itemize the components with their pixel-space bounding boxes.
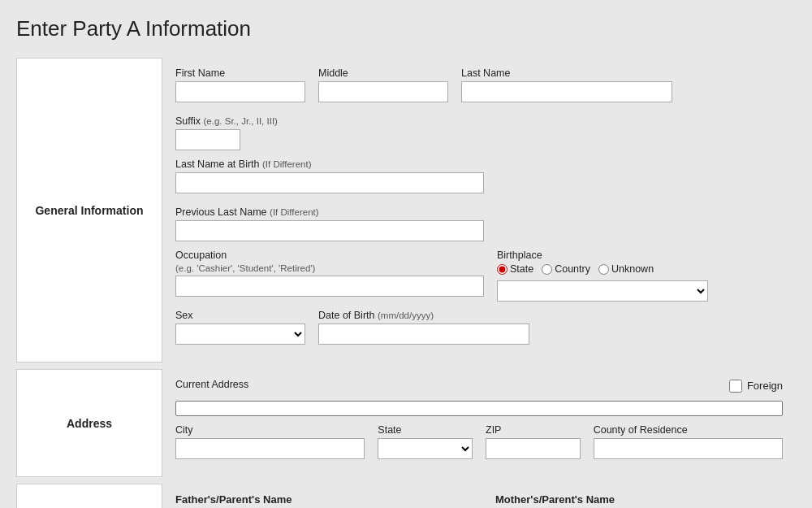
state-select[interactable]	[378, 438, 473, 459]
last-name-birth-input[interactable]	[175, 172, 484, 193]
city-state-zip-row: City State ZIP County of Residence	[175, 424, 783, 459]
birthplace-state-radio[interactable]	[497, 264, 508, 275]
occupation-birthplace-row: Occupation (e.g. 'Cashier', 'Student', '…	[175, 250, 783, 302]
mother-col: Mother's/Parent's Name (first, middle, l…	[495, 493, 783, 508]
father-label: Father's/Parent's Name	[175, 493, 463, 506]
city-group: City	[175, 424, 365, 459]
parental-information-label: Parental Information	[16, 484, 162, 508]
first-name-group: First Name	[175, 67, 305, 102]
current-address-input-row	[175, 401, 783, 416]
last-name-label: Last Name	[461, 67, 672, 79]
occupation-hint: (e.g. 'Cashier', 'Student', 'Retired')	[175, 263, 484, 273]
zip-label: ZIP	[486, 424, 581, 436]
birthplace-state-radio-label[interactable]: State	[497, 263, 533, 275]
address-label: Address	[16, 369, 162, 477]
mother-label: Mother's/Parent's Name	[495, 493, 783, 506]
zip-input[interactable]	[486, 438, 581, 459]
parental-information-content: Father's/Parent's Name (first, middle, l…	[162, 484, 796, 508]
sex-group: Sex Male Female	[175, 310, 305, 345]
dob-input[interactable]	[318, 323, 529, 345]
birthplace-unknown-radio-label[interactable]: Unknown	[598, 263, 654, 275]
suffix-label: Suffix (e.g. Sr., Jr., II, III)	[175, 115, 278, 127]
zip-group: ZIP	[486, 424, 581, 459]
prev-last-name-input[interactable]	[175, 220, 484, 241]
foreign-checkbox[interactable]	[729, 380, 742, 393]
birth-name-row: Last Name at Birth (If Different) Previo…	[175, 158, 783, 241]
occupation-input[interactable]	[175, 276, 484, 297]
general-information-label: General Information	[16, 58, 162, 363]
state-group: State	[378, 424, 473, 459]
general-information-content: First Name Middle Last Name Suffix (e.g.…	[162, 58, 796, 363]
birthplace-country-radio[interactable]	[542, 264, 552, 275]
last-name-birth-label: Last Name at Birth (If Different)	[175, 158, 484, 170]
first-name-input[interactable]	[175, 81, 305, 102]
last-name-group: Last Name	[461, 67, 672, 102]
dob-label: Date of Birth (mm/dd/yyyy)	[318, 310, 529, 321]
current-address-group: Current Address	[175, 379, 716, 393]
last-name-birth-group: Last Name at Birth (If Different)	[175, 158, 484, 193]
prev-last-name-label: Previous Last Name (If Different)	[175, 206, 484, 218]
suffix-input[interactable]	[175, 129, 240, 150]
county-input[interactable]	[594, 438, 783, 459]
birthplace-country-radio-label[interactable]: Country	[542, 263, 590, 275]
sex-select[interactable]: Male Female	[175, 323, 305, 345]
middle-name-group: Middle	[318, 67, 448, 102]
middle-name-input[interactable]	[318, 81, 448, 102]
birthplace-label: Birthplace	[497, 250, 708, 261]
suffix-group: Suffix (e.g. Sr., Jr., II, III)	[175, 115, 278, 150]
county-label: County of Residence	[594, 424, 783, 436]
birthplace-radios: State Country Unknown	[497, 263, 708, 277]
parental-information-section: Parental Information Father's/Parent's N…	[16, 484, 796, 508]
city-input[interactable]	[175, 438, 365, 459]
dob-group: Date of Birth (mm/dd/yyyy)	[318, 310, 529, 345]
name-row: First Name Middle Last Name Suffix (e.g.…	[175, 67, 783, 150]
general-information-section: General Information First Name Middle La…	[16, 58, 796, 363]
state-label: State	[378, 424, 473, 436]
last-name-input[interactable]	[461, 81, 672, 102]
current-address-row: Current Address Foreign	[175, 379, 783, 393]
occupation-label: Occupation	[175, 250, 484, 261]
address-content: Current Address Foreign City State	[162, 369, 796, 477]
birthplace-unknown-radio[interactable]	[598, 264, 609, 275]
middle-name-label: Middle	[318, 67, 448, 79]
current-address-label: Current Address	[175, 379, 716, 390]
birthplace-select[interactable]	[497, 280, 708, 302]
first-name-label: First Name	[175, 67, 305, 79]
current-address-input[interactable]	[175, 401, 783, 416]
foreign-label: Foreign	[747, 380, 783, 392]
sex-dob-row: Sex Male Female Date of Birth (mm/dd/yyy…	[175, 310, 783, 345]
prev-last-name-group: Previous Last Name (If Different)	[175, 206, 484, 241]
page-title: Enter Party A Information	[16, 16, 796, 41]
foreign-checkbox-group: Foreign	[729, 380, 783, 393]
city-label: City	[175, 424, 365, 436]
county-group: County of Residence	[594, 424, 783, 459]
birthplace-group: Birthplace State Country Unknown	[497, 250, 708, 302]
father-col: Father's/Parent's Name (first, middle, l…	[175, 493, 463, 508]
parental-row: Father's/Parent's Name (first, middle, l…	[175, 493, 783, 508]
sex-label: Sex	[175, 310, 305, 321]
occupation-group: Occupation (e.g. 'Cashier', 'Student', '…	[175, 250, 484, 297]
address-section: Address Current Address Foreign City Sta…	[16, 369, 796, 477]
